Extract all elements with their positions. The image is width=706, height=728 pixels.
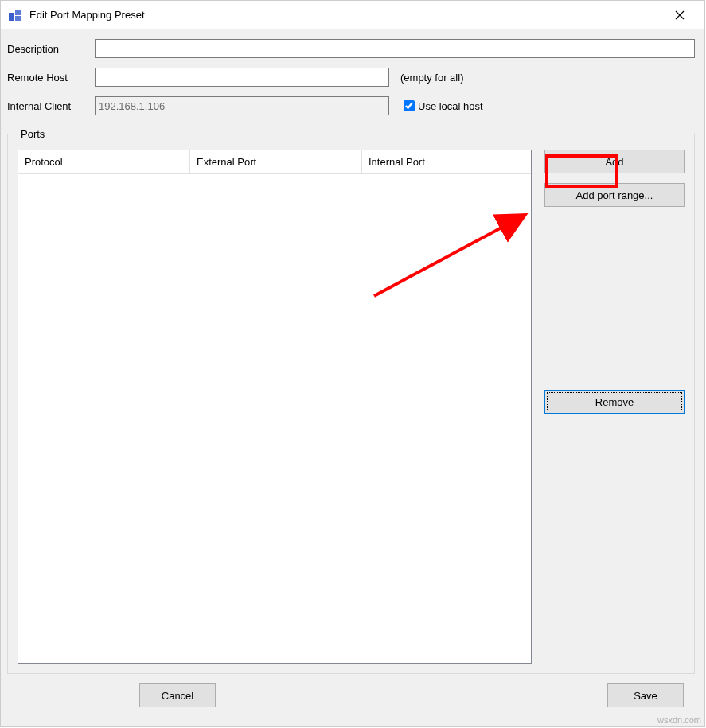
app-icon	[7, 7, 23, 23]
column-external-port[interactable]: External Port	[190, 150, 362, 173]
title-bar: Edit Port Mapping Preset	[1, 1, 704, 29]
ports-table[interactable]: Protocol External Port Internal Port	[18, 150, 532, 664]
ports-legend: Ports	[18, 128, 48, 140]
description-input[interactable]	[95, 39, 695, 58]
dialog-footer: Cancel Save	[7, 674, 695, 717]
table-body[interactable]	[18, 174, 531, 663]
internal-client-input	[95, 96, 389, 115]
use-local-host-wrap[interactable]: Use local host	[400, 98, 483, 114]
side-button-column: Add Add port range... Remove	[544, 150, 685, 664]
svg-rect-2	[15, 16, 21, 21]
remote-host-label: Remote Host	[7, 72, 95, 84]
internal-client-label: Internal Client	[7, 100, 95, 112]
remove-button[interactable]: Remove	[544, 390, 685, 414]
window-title: Edit Port Mapping Preset	[29, 9, 661, 21]
svg-rect-1	[15, 10, 21, 15]
remote-host-input[interactable]	[95, 68, 389, 87]
cancel-button[interactable]: Cancel	[139, 683, 216, 707]
add-port-range-button[interactable]: Add port range...	[544, 183, 685, 207]
watermark-text: wsxdn.com	[657, 715, 701, 725]
save-button[interactable]: Save	[607, 683, 684, 707]
dialog-window: Edit Port Mapping Preset Description Rem…	[0, 0, 705, 727]
add-button[interactable]: Add	[544, 150, 685, 173]
column-protocol[interactable]: Protocol	[18, 150, 190, 173]
description-label: Description	[7, 43, 95, 55]
remote-host-hint: (empty for all)	[400, 72, 463, 84]
use-local-host-label: Use local host	[418, 100, 483, 112]
description-row: Description	[7, 39, 695, 58]
ports-fieldset: Ports Protocol External Port Internal Po…	[7, 128, 695, 674]
close-button[interactable]	[661, 3, 698, 27]
dialog-content: Description Remote Host (empty for all) …	[1, 29, 704, 726]
table-header: Protocol External Port Internal Port	[18, 150, 531, 174]
svg-rect-0	[9, 13, 14, 21]
column-internal-port[interactable]: Internal Port	[362, 150, 531, 173]
use-local-host-checkbox[interactable]	[404, 100, 415, 111]
internal-client-row: Internal Client Use local host	[7, 96, 695, 115]
remote-host-row: Remote Host (empty for all)	[7, 68, 695, 87]
